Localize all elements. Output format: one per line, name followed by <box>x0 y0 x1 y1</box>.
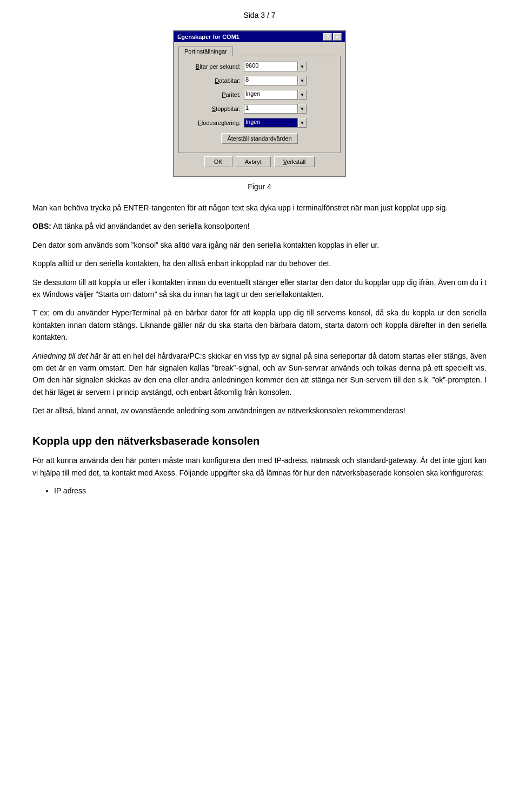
control-flodesreglering: Ingen ▼ <box>244 118 335 128</box>
control-paritet: Ingen ▼ <box>244 90 335 100</box>
ok-button[interactable]: OK <box>204 156 232 167</box>
paragraph-5: T ex; om du använder HyperTerminal på en… <box>32 307 487 343</box>
input-stoppbitar[interactable]: 1 <box>244 104 298 114</box>
form-row-databitar: Databitar: 8 ▼ <box>184 76 335 85</box>
page-header: Sida 3 / 7 <box>32 11 487 19</box>
form-row-flodesreglering: Flödesreglering: Ingen ▼ <box>184 118 335 128</box>
paragraph-6-italic: Anledning till det här <box>32 352 101 360</box>
dialog-titlebar: Egenskaper för COM1 ? × <box>174 31 345 42</box>
apply-button[interactable]: Verkställ <box>274 156 315 167</box>
dropdown-arrow-stoppbitar[interactable]: ▼ <box>298 104 307 114</box>
form-row-stoppbitar: Stoppbitar: 1 ▼ <box>184 104 335 114</box>
cancel-button[interactable]: Avbryt <box>236 156 271 167</box>
paragraph-4: Se dessutom till att koppla ur eller i k… <box>32 276 487 301</box>
label-stoppbitar: Stoppbitar: <box>184 105 244 112</box>
label-bps: Bitar per sekund: <box>184 63 244 70</box>
paragraph-2: Den dator som används som ”konsol” ska a… <box>32 239 487 251</box>
form-row-bps: Bitar per sekund: 9600 ▼ <box>184 62 335 71</box>
figure-caption: Figur 4 <box>32 182 487 191</box>
dialog-title: Egenskaper för COM1 <box>177 34 239 40</box>
paragraph-6-rest: är att en hel del hårdvara/PC:s skickar … <box>32 352 487 397</box>
titlebar-buttons: ? × <box>323 33 342 41</box>
label-databitar: Databitar: <box>184 77 244 84</box>
paragraph-7: Det är alltså, bland annat, av ovanståen… <box>32 405 487 417</box>
bullet-list: IP adress <box>54 485 487 497</box>
dialog-window: Egenskaper för COM1 ? × Portinställninga… <box>173 30 346 177</box>
control-databitar: 8 ▼ <box>244 76 335 85</box>
tab-portinstallningar[interactable]: Portinställningar <box>178 47 233 56</box>
dialog-screenshot: Egenskaper för COM1 ? × Portinställninga… <box>32 30 487 177</box>
dropdown-arrow-databitar[interactable]: ▼ <box>298 76 307 85</box>
input-databitar[interactable]: 8 <box>244 76 298 85</box>
control-stoppbitar: 1 ▼ <box>244 104 335 114</box>
obs-text: Att tänka på vid användandet av den seri… <box>51 222 250 230</box>
tab-content: Bitar per sekund: 9600 ▼ Databitar: 8 ▼ <box>178 56 341 153</box>
label-flodesreglering: Flödesreglering: <box>184 120 244 126</box>
section-heading: Koppla upp den nätverksbaserade konsolen <box>32 433 487 449</box>
label-paritet: Paritet: <box>184 91 244 98</box>
page-number: Sida 3 / 7 <box>243 11 275 19</box>
control-bps: 9600 ▼ <box>244 62 335 71</box>
reset-button[interactable]: Återställ standardvärden <box>221 133 297 144</box>
dropdown-arrow-paritet[interactable]: ▼ <box>298 90 307 100</box>
dialog-footer: OK Avbryt Verkställ <box>178 153 341 171</box>
tab-strip: Portinställningar <box>178 47 341 56</box>
paragraph-3: Koppla alltid ur den seriella kontakten,… <box>32 258 487 269</box>
input-flodesreglering[interactable]: Ingen <box>244 118 298 128</box>
paragraph-6: Anledning till det här är att en hel del… <box>32 350 487 399</box>
input-paritet[interactable]: Ingen <box>244 90 298 100</box>
dropdown-arrow-bps[interactable]: ▼ <box>298 62 307 71</box>
dialog-body: Portinställningar Bitar per sekund: 9600… <box>174 42 345 176</box>
paragraph-8: För att kunna använda den här porten mås… <box>32 454 487 479</box>
list-item: IP adress <box>54 485 487 497</box>
form-row-paritet: Paritet: Ingen ▼ <box>184 90 335 100</box>
obs-label: OBS: <box>32 222 51 230</box>
help-button[interactable]: ? <box>323 33 332 41</box>
close-button[interactable]: × <box>333 33 342 41</box>
main-content: Man kan behöva trycka på ENTER-tangenten… <box>32 202 487 497</box>
input-bps[interactable]: 9600 <box>244 62 298 71</box>
paragraph-1: Man kan behöva trycka på ENTER-tangenten… <box>32 202 487 214</box>
dropdown-arrow-flodesreglering[interactable]: ▼ <box>298 118 307 128</box>
paragraph-obs: OBS: Att tänka på vid användandet av den… <box>32 220 487 232</box>
